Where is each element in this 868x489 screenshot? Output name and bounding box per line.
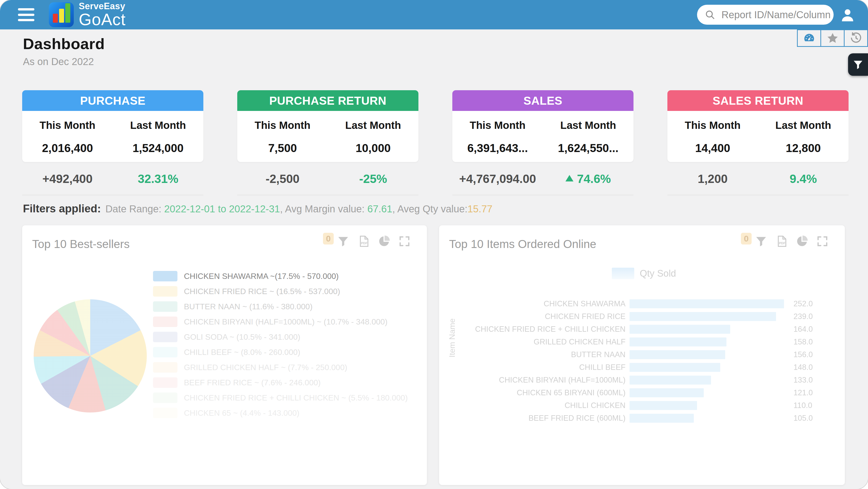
bar-row: BUTTER NAAN156.0 [439,348,828,361]
up-arrow-icon [565,175,574,181]
tab-favorites[interactable] [820,29,844,47]
best-sellers-panel: Top 10 Best-sellers 0 PDF CHICKEN SHAWAR… [22,225,427,485]
legend-item[interactable]: CHICKEN SHAWARMA ~(17.5% - 570.000) [153,271,408,281]
kpi-card-title: PURCHASE [22,90,204,111]
brand-top-text: ServeEasy [79,2,126,11]
menu-button[interactable] [18,8,34,21]
kpi-card: SALES This Month 6,391,643... Last Month… [452,90,633,195]
view-tabs [797,29,868,47]
bar [629,414,694,423]
kpi-card: PURCHASE RETURN This Month 7,500 Last Mo… [237,90,418,195]
bar [629,388,704,397]
legend-item[interactable]: CHICKEN FRIED RICE + CHILLI CHICKEN ~ (5… [153,393,408,403]
legend-item[interactable]: GOLI SODA ~ (10.5% - 341.000) [153,332,408,342]
chart-type-pie-icon[interactable] [796,235,808,248]
last-month-value: 1,624,550... [558,141,619,155]
this-month-label: This Month [255,119,311,131]
bar-category-label: CHICKEN FRIED RICE + CHILLI CHICKEN [439,325,629,334]
bar-value-label: 105.0 [794,414,813,423]
qty-label: Aveg Qty value: [397,203,467,214]
bar [629,401,697,410]
margin-value: 67.61 [367,203,392,214]
date-to-word: to [215,203,229,214]
bar-row: CHICKEN BIRYANI (HALF=1000ML)133.0 [439,374,828,386]
bar-value-label: 148.0 [794,363,813,372]
delta-value: +4,767,094.00 [459,172,536,185]
delta-value: -2,500 [266,172,300,185]
top-header: ServeEasy GoAct [0,0,868,29]
delta-percent: 74.6% [577,172,611,185]
title-block: Dashboard As on Dec 2022 [23,35,105,67]
user-avatar-icon[interactable] [839,6,856,24]
pie-legend: CHICKEN SHAWARMA ~(17.5% - 570.000)CHICK… [153,271,408,423]
expand-icon[interactable] [816,235,829,248]
export-pdf-icon[interactable]: PDF [775,235,788,248]
legend-swatch [153,271,178,281]
bar [629,350,725,359]
card-divider [22,195,204,195]
bar-row: BEEF FRIED RICE (600ML)105.0 [439,412,828,424]
panel-actions: 0 PDF [323,235,411,248]
panel-filter-icon[interactable] [337,235,350,248]
kpi-card-title: PURCHASE RETURN [237,90,418,111]
legend-label: CHICKEN BIRYANI (HALF=1000ML) ~ (10.7% -… [184,317,388,327]
legend-item[interactable]: CHICKEN BIRYANI (HALF=1000ML) ~ (10.7% -… [153,316,408,327]
separator: , [392,203,397,214]
tab-history[interactable] [844,29,868,47]
bar-value-label: 164.0 [794,325,813,334]
legend-label: BUTTER NAAN ~ (11.6% - 380.000) [184,302,312,311]
app-window: ServeEasy GoAct Dashboard As on Dec 2022… [0,0,868,489]
bar-row: CHILLI CHICKEN110.0 [439,399,828,412]
brand-name: ServeEasy GoAct [79,2,126,28]
this-month-label: This Month [685,119,741,131]
legend-swatch [153,362,178,373]
search-box[interactable] [697,5,834,25]
panel-filter-icon[interactable] [754,235,768,248]
date-from-value: 2022-12-01 [164,203,215,214]
legend-swatch [153,286,178,297]
delta-value: 1,200 [698,172,728,185]
this-month-value: 2,016,400 [42,141,93,155]
legend-item[interactable]: BUTTER NAAN ~ (11.6% - 380.000) [153,301,408,312]
delta-percent: -25% [359,172,387,185]
legend-swatch [612,268,634,279]
tab-dashboard-gauge[interactable] [797,29,821,47]
kpi-card: PURCHASE This Month 2,016,400 Last Month… [22,90,204,195]
filter-count-badge: 0 [323,233,334,245]
legend-swatch [153,316,178,327]
legend-item[interactable]: CHICKEN 65 ~ (4.4% - 143.000) [153,408,408,418]
legend-item[interactable]: CHICKEN FRIED RICE ~ (16.5% - 537.000) [153,286,408,297]
legend-item[interactable]: GRILLED CHICKEN HALF ~ (7.7% - 250.000) [153,362,408,373]
bar-value-label: 252.0 [794,299,813,308]
chart-type-pie-icon[interactable] [377,235,391,248]
date-range-label: Date Range: [105,203,164,214]
card-divider [452,195,633,195]
legend-label: GOLI SODA ~ (10.5% - 341.000) [184,333,300,342]
panel-title: Top 10 Items Ordered Online [449,237,596,251]
legend-item[interactable]: BEEF FRIED RICE ~ (7.6% - 246.000) [153,377,408,388]
kpi-card-title: SALES [452,90,633,111]
this-month-value: 7,500 [268,141,297,155]
bar-category-label: CHICKEN FRIED RICE [439,312,629,321]
export-pdf-icon[interactable]: PDF [357,235,370,248]
expand-icon[interactable] [398,235,411,248]
legend-swatch [153,408,178,418]
filter-fab-button[interactable] [848,53,868,76]
bar-category-label: BEEF FRIED RICE (600ML) [439,414,629,423]
filter-funnel-icon [852,59,864,70]
margin-label: Avg Margin value: [285,203,368,214]
svg-text:PDF: PDF [361,241,368,245]
filters-applied: Filters applied:Date Range: 2022-12-01 t… [23,203,492,215]
bar-row: CHICKEN 65 BIRYANI (600ML)121.0 [439,386,828,399]
legend-label: BEEF FRIED RICE ~ (7.6% - 246.000) [184,378,321,387]
panel-actions: 0 PDF [741,235,829,248]
legend-swatch [153,332,178,342]
this-month-label: This Month [470,119,526,131]
search-input[interactable] [721,9,850,21]
legend-item[interactable]: CHILLI BEEF ~ (8.0% - 260.000) [153,347,408,358]
bar-row: CHICKEN FRIED RICE239.0 [439,310,828,323]
bar-row: CHICKEN FRIED RICE + CHILLI CHICKEN164.0 [439,323,828,335]
last-month-value: 12,800 [786,141,821,155]
kpi-cards-row: PURCHASE This Month 2,016,400 Last Month… [22,90,849,195]
panel-title: Top 10 Best-sellers [32,237,130,251]
